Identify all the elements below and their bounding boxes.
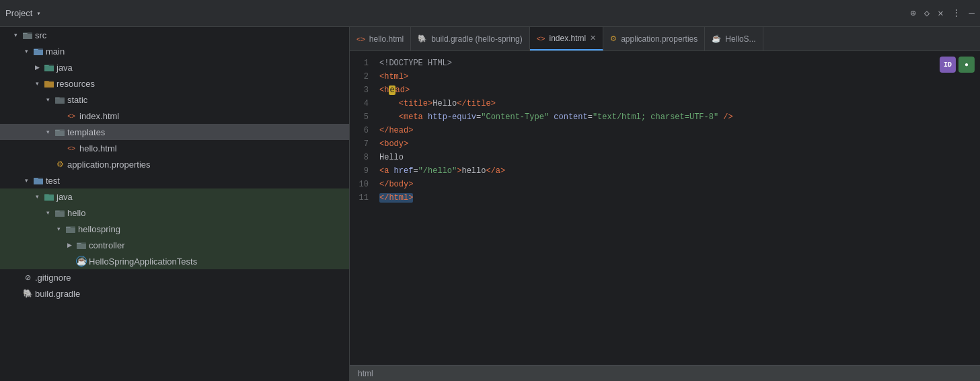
tree-item-application-properties[interactable]: ⚙ application.properties (0, 156, 349, 172)
folder-icon-java-test (44, 191, 54, 202)
tree-item-test[interactable]: ▾ test (0, 172, 349, 188)
line-num-10: 10 (355, 178, 369, 191)
folder-icon-controller (76, 240, 87, 250)
code-line-2: <html> (379, 70, 975, 83)
tree-item-java[interactable]: ▶ java (0, 59, 349, 75)
add-icon[interactable]: ⊕ (910, 7, 915, 19)
tab-hello-spring[interactable]: ☕ HelloS... (705, 27, 763, 50)
ide-icon-label: ID (944, 61, 952, 69)
status-bar: html (350, 365, 980, 381)
line-num-6: 6 (355, 124, 369, 137)
tree-item-static[interactable]: ▾ static (0, 92, 349, 108)
tree-item-index-html[interactable]: <> index.html (0, 108, 349, 124)
code-line-6: </head> (379, 124, 975, 137)
editor-content: 1 2 3 4 5 6 7 8 9 10 11 <!DOCTYPE HTML> … (350, 51, 980, 365)
tab-close-index-html[interactable]: ✕ (590, 34, 596, 42)
code-line-10: </body> (379, 178, 975, 191)
tab-label-hello-spring: HelloS... (725, 34, 755, 44)
tree-label-application-properties: application.properties (67, 160, 151, 170)
arrow-icon: ▾ (22, 46, 31, 56)
line-num-7: 7 (355, 137, 369, 151)
folder-icon-src (22, 30, 33, 40)
folder-icon-static (54, 94, 65, 105)
tree-item-templates[interactable]: ▾ templates (0, 124, 349, 140)
line-num-3: 3 (355, 83, 369, 97)
project-label: Project (5, 8, 32, 18)
editor-area: <> hello.html 🐘 build.gradle (hello-spri… (350, 27, 980, 381)
tab-icon-index-html: <> (537, 34, 545, 42)
tab-label-build-gradle: build.gradle (hello-spring) (431, 34, 522, 44)
tab-hello-html[interactable]: <> hello.html (350, 27, 411, 50)
status-language: html (358, 369, 373, 378)
arrow-icon: ▾ (32, 79, 42, 88)
tab-icon-build-gradle: 🐘 (418, 34, 427, 43)
code-line-5: <meta http-equiv="Content-Type" content=… (379, 110, 975, 124)
tree-item-src[interactable]: ▾ src (0, 27, 349, 43)
line-num-2: 2 (355, 70, 369, 83)
arrow-icon: ▾ (43, 208, 52, 217)
code-editor[interactable]: <!DOCTYPE HTML> <html> <head> <title>Hel… (377, 51, 980, 365)
close-icon[interactable]: ✕ (938, 7, 943, 19)
tree-item-controller[interactable]: ▶ controller (0, 237, 349, 253)
tabs-bar: <> hello.html 🐘 build.gradle (hello-spri… (350, 27, 980, 51)
tab-icon-hello-html: <> (356, 35, 365, 43)
more-icon[interactable]: ⋮ (952, 7, 961, 19)
tree-label-static: static (67, 95, 87, 105)
arrow-icon: ▾ (43, 95, 52, 104)
tree-item-java-test[interactable]: ▾ java (0, 188, 349, 205)
file-icon-gitignore: ⊘ (22, 272, 33, 283)
folder-icon-test (33, 175, 44, 186)
tree-item-main[interactable]: ▾ main (0, 43, 349, 59)
file-icon-app-properties: ⚙ (54, 159, 65, 170)
arrow-icon: ▶ (32, 63, 42, 72)
tree-item-hello-html[interactable]: <> hello.html (0, 140, 349, 156)
folder-icon-hellospring (65, 223, 76, 234)
code-line-8: Hello (379, 151, 975, 164)
tree-item-build-gradle[interactable]: 🐘 build.gradle (0, 285, 349, 302)
line-numbers: 1 2 3 4 5 6 7 8 9 10 11 (350, 51, 377, 365)
arrow-icon: ▾ (22, 176, 31, 185)
code-line-11: </html> (379, 191, 975, 205)
line-num-8: 8 (355, 151, 369, 164)
tree-label-hello: hello (67, 208, 85, 218)
line-num-9: 9 (355, 164, 369, 178)
code-line-1: <!DOCTYPE HTML> (379, 57, 975, 70)
minimize-icon[interactable]: — (969, 8, 975, 19)
toolbar-icons: ⊕ ◇ ✕ ⋮ — (910, 7, 975, 19)
up-down-icon[interactable]: ◇ (924, 7, 930, 19)
tree-label-controller: controller (89, 240, 124, 250)
tree-item-gitignore[interactable]: ⊘ .gitignore (0, 269, 349, 285)
tab-icon-app-props: ⚙ (610, 34, 617, 43)
code-line-9: <a href="/hello">hello</a> (379, 164, 975, 178)
arrow-icon: ▾ (32, 192, 42, 201)
tree-label-build-gradle: build.gradle (35, 289, 80, 299)
tree-item-hellospring[interactable]: ▾ hellospring (0, 221, 349, 237)
main-layout: ▾ src ▾ main ▶ (0, 27, 980, 381)
file-icon-build-gradle: 🐘 (22, 288, 33, 299)
tab-application-properties[interactable]: ⚙ application.properties (603, 27, 705, 50)
arrow-icon: ▾ (11, 30, 20, 40)
tree-label-src: src (35, 30, 46, 40)
file-icon-index-html: <> (66, 110, 77, 121)
file-icon-test-class: ☕ (76, 256, 87, 267)
toolbar-left: Project ▾ (5, 8, 140, 18)
tree-item-resources[interactable]: ▾ resources (0, 75, 349, 92)
arrow-icon: ▶ (65, 240, 74, 250)
tab-label-hello-html: hello.html (369, 34, 404, 44)
tree-label-java: java (56, 63, 73, 73)
ide-icon-green[interactable]: ● (958, 57, 975, 73)
tab-build-gradle[interactable]: 🐘 build.gradle (hello-spring) (411, 27, 529, 50)
tree-label-hello-html: hello.html (79, 143, 117, 153)
code-line-3: <head> (379, 83, 975, 97)
folder-icon-java (44, 62, 54, 73)
arrow-icon: ▾ (54, 224, 63, 234)
line-num-5: 5 (355, 110, 369, 124)
tree-item-hello[interactable]: ▾ hello (0, 205, 349, 221)
ide-icon-purple[interactable]: ID (940, 57, 956, 73)
line-num-1: 1 (355, 57, 369, 70)
tree-item-hello-spring-tests[interactable]: ☕ HelloSpringApplicationTests (0, 253, 349, 269)
sidebar: ▾ src ▾ main ▶ (0, 27, 350, 381)
tab-index-html[interactable]: <> index.html ✕ (530, 27, 604, 50)
chevron-down-icon[interactable]: ▾ (36, 9, 40, 18)
tab-icon-hello-spring: ☕ (712, 34, 721, 43)
